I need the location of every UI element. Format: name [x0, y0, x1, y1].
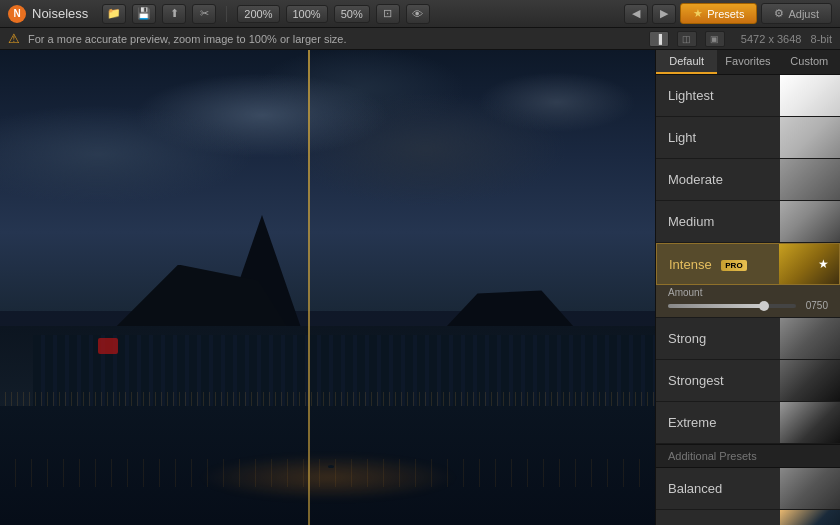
cloud-layer	[0, 50, 655, 311]
nav-back-button[interactable]: ◀	[624, 4, 648, 24]
additional-presets-header: Additional Presets	[656, 444, 840, 468]
preset-strong[interactable]: Strong	[656, 318, 840, 360]
preset-extreme[interactable]: Extreme	[656, 402, 840, 444]
presets-list: Lightest Light Moderate Medium Intense P…	[656, 75, 840, 525]
preset-light[interactable]: Light	[656, 117, 840, 159]
amount-row: Amount 0750	[656, 285, 840, 318]
titlebar: N Noiseless 📁 💾 ⬆ ✂ 200% 100% 50% ⊡ 👁 ◀ …	[0, 0, 840, 28]
right-panel: Default Favorites Custom Lightest Light …	[655, 50, 840, 525]
intense-star-icon[interactable]: ★	[818, 257, 829, 271]
preset-moderate[interactable]: Moderate	[656, 159, 840, 201]
star-icon: ★	[693, 7, 703, 20]
crop-button[interactable]: ✂	[192, 4, 216, 24]
amount-slider[interactable]	[668, 304, 796, 308]
tab-custom[interactable]: Custom	[779, 50, 840, 74]
adjust-tab-label: Adjust	[788, 8, 819, 20]
preset-balanced[interactable]: Balanced	[656, 468, 840, 510]
warning-icon: ⚠	[8, 31, 20, 46]
preset-extreme-thumbnail	[780, 402, 840, 443]
nav-forward-button[interactable]: ▶	[652, 4, 676, 24]
compare-button[interactable]: 👁	[406, 4, 430, 24]
separator-1	[226, 6, 227, 22]
preset-soft-thumbnail	[780, 510, 840, 525]
split-line[interactable]	[308, 50, 310, 525]
adjust-icon: ⚙	[774, 7, 784, 20]
tab-favorites[interactable]: Favorites	[717, 50, 778, 74]
preset-balanced-label: Balanced	[668, 481, 722, 496]
preset-extreme-label: Extreme	[668, 415, 716, 430]
preset-light-thumbnail	[780, 117, 840, 158]
photo-background	[0, 50, 655, 525]
preset-intense[interactable]: Intense PRO ★	[656, 243, 840, 285]
red-sign	[98, 338, 118, 354]
open-file-button[interactable]: 📁	[102, 4, 126, 24]
image-area[interactable]	[0, 50, 655, 525]
view-single-button[interactable]: ▣	[705, 31, 725, 47]
preset-strongest-label: Strongest	[668, 373, 724, 388]
preset-medium[interactable]: Medium	[656, 201, 840, 243]
zoom-50[interactable]: 50%	[334, 5, 370, 23]
tab-default[interactable]: Default	[656, 50, 717, 74]
amount-thumb[interactable]	[759, 301, 769, 311]
preset-strong-label: Strong	[668, 331, 706, 346]
preset-lightest-thumbnail	[780, 75, 840, 116]
view-side-button[interactable]: ◫	[677, 31, 697, 47]
preset-medium-thumbnail	[780, 201, 840, 242]
panel-tabs: Default Favorites Custom	[656, 50, 840, 75]
image-dimensions: 5472 x 3648 8-bit	[741, 33, 832, 45]
preset-strongest-thumbnail	[780, 360, 840, 401]
preset-lightest[interactable]: Lightest	[656, 75, 840, 117]
info-text: For a more accurate preview, zoom image …	[28, 33, 641, 45]
app-icon-letter: N	[13, 8, 20, 19]
toolbar-right: ◀ ▶ ★ Presets ⚙ Adjust	[624, 3, 832, 24]
preset-medium-label: Medium	[668, 214, 714, 229]
zoom-200[interactable]: 200%	[237, 5, 279, 23]
zoom-100[interactable]: 100%	[286, 5, 328, 23]
infobar: ⚠ For a more accurate preview, zoom imag…	[0, 28, 840, 50]
preset-moderate-label: Moderate	[668, 172, 723, 187]
app-icon: N	[8, 5, 26, 23]
app-title: Noiseless	[32, 6, 88, 21]
amount-fill	[668, 304, 764, 308]
preset-intense-thumbnail	[779, 244, 839, 284]
amount-label: Amount	[668, 287, 828, 298]
preset-lightest-label: Lightest	[668, 88, 714, 103]
adjust-tab-button[interactable]: ⚙ Adjust	[761, 3, 832, 24]
presets-tab-label: Presets	[707, 8, 744, 20]
preset-strong-thumbnail	[780, 318, 840, 359]
share-button[interactable]: ⬆	[162, 4, 186, 24]
water-glow	[197, 454, 459, 502]
preset-intense-label: Intense PRO	[669, 257, 747, 272]
boat	[328, 465, 334, 468]
preset-balanced-thumbnail	[780, 468, 840, 509]
preset-strongest[interactable]: Strongest	[656, 360, 840, 402]
amount-slider-container[interactable]: 0750	[668, 300, 828, 311]
presets-tab-button[interactable]: ★ Presets	[680, 3, 757, 24]
image-container	[0, 50, 655, 525]
zoom-fit-button[interactable]: ⊡	[376, 4, 400, 24]
preset-moderate-thumbnail	[780, 159, 840, 200]
amount-value: 0750	[800, 300, 828, 311]
preset-light-label: Light	[668, 130, 696, 145]
pro-badge: PRO	[721, 260, 746, 271]
main-layout: Default Favorites Custom Lightest Light …	[0, 50, 840, 525]
view-split-button[interactable]: ▐	[649, 31, 669, 47]
save-button[interactable]: 💾	[132, 4, 156, 24]
preset-soft[interactable]: Soft	[656, 510, 840, 525]
